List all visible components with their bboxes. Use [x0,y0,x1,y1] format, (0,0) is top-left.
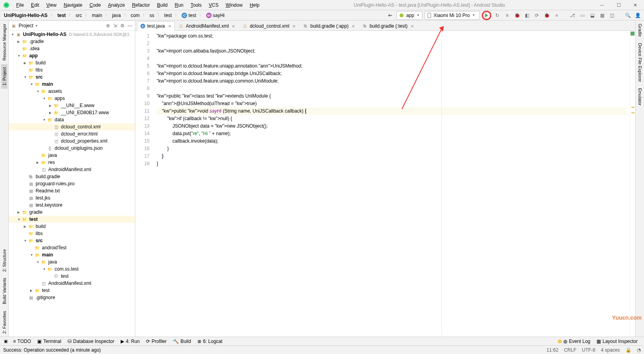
tree-row[interactable]: ▶📁build [9,223,135,230]
expand-arrow-icon[interactable]: ▼ [43,118,47,122]
expand-arrow-icon[interactable]: ▶ [17,40,21,43]
avd-manager-icon[interactable]: ▭ [578,11,586,19]
editor-tab[interactable]: 🐘build.gradle (:app)✕ [299,21,358,30]
minimize-button[interactable]: ─ [597,1,608,9]
tool-window-device-file-explorer[interactable]: Device File Explorer [637,40,643,85]
expand-arrow-icon[interactable]: ▼ [36,260,40,264]
tree-row[interactable]: ▤test.keystore [9,201,135,209]
tree-row[interactable]: ▤test.jks [9,194,135,201]
tool-event-log[interactable]: ◍Event Log [555,338,593,345]
layout-inspector-icon[interactable]: ▦ [598,11,606,19]
code-line[interactable]: } [157,160,627,168]
code-line[interactable] [157,55,627,62]
editor-tab[interactable]: 🐘build.gradle (:test)✕ [358,21,417,30]
code-line[interactable]: callback.invoke(data); [157,137,627,145]
code-line[interactable]: } [157,153,627,160]
tree-row[interactable]: ▼▣UniPlugin-Hello-ASD:\latest\3.5.3\Andr… [9,31,135,38]
tool-layout-inspector[interactable]: ▦Layout Inspector [593,338,641,345]
tool-window-gradle[interactable]: Gradle [637,21,643,40]
expand-arrow-icon[interactable]: ▼ [43,97,47,100]
profiler-button[interactable]: ⟳ [533,11,541,19]
debug-button[interactable]: 🐞 [513,11,521,19]
target-icon[interactable]: ⊕ [106,23,110,28]
maximize-button[interactable]: ☐ [613,1,624,9]
chevron-down-icon[interactable]: ▼ [35,24,38,28]
breadcrumb-item[interactable]: msayHi [205,12,226,19]
tree-row[interactable]: 📁androidTest [9,244,135,251]
menu-help[interactable]: Help [247,2,262,9]
code-line[interactable]: "kw">import io.dcloud.feature.uniapp.com… [157,77,627,85]
tool--run[interactable]: ▶4: Run [117,338,143,345]
close-button[interactable]: ✕ [630,1,641,9]
tool-todo[interactable]: ≡TODO [10,338,34,345]
close-tab-icon[interactable]: ✕ [168,24,171,28]
expand-arrow-icon[interactable]: ▶ [49,111,53,115]
tree-row[interactable]: ▶📁res [9,159,135,166]
sync-gradle-icon[interactable] [386,11,394,19]
device-selector[interactable]: Xiaomi Mi 10 Pro ▼ [424,11,480,20]
tree-row[interactable]: ▼📁assets [9,88,135,95]
code-line[interactable] [157,85,627,92]
tree-row[interactable]: 📁libs [9,66,135,73]
tree-row[interactable]: ▤Readme.txt [9,187,135,194]
menu-tools[interactable]: Tools [188,2,205,9]
run-button[interactable] [482,11,491,20]
expand-arrow-icon[interactable]: ▼ [11,33,15,36]
menu-refactor[interactable]: Refactor [129,2,153,9]
menu-view[interactable]: View [44,2,59,9]
collapse-all-icon[interactable]: ⇲ [113,23,117,28]
expand-arrow-icon[interactable]: ▶ [49,104,53,107]
breadcrumb-item[interactable]: main [90,12,104,19]
menu-window[interactable]: Window [223,2,245,9]
tree-row[interactable]: ▼📁apps [9,95,135,102]
tree-row[interactable]: ▶📁__UNI__E.www [9,102,135,109]
close-tab-icon[interactable]: ✕ [292,24,295,28]
editor-tab[interactable]: ◫dcloud_control.xml✕ [239,21,299,30]
code-line[interactable] [157,40,627,47]
tool-database-inspector[interactable]: ⛁Database Inspector [64,338,117,345]
menu-vcs[interactable]: VCS [206,2,222,9]
tool-build[interactable]: 🔨Build [170,338,194,345]
coverage-button[interactable]: ◧ [523,11,531,19]
expand-arrow-icon[interactable]: ▶ [24,225,28,228]
tool-window--favorites[interactable]: 2: Favorites [1,308,8,337]
indent-setting[interactable]: 4 spaces [601,347,620,353]
expand-arrow-icon[interactable]: ▶ [30,289,34,292]
menu-run[interactable]: Run [172,2,186,9]
tree-row[interactable]: Ⓒtest [9,273,135,280]
expand-arrow-icon[interactable]: ▼ [24,75,28,79]
expand-arrow-icon[interactable]: ▼ [24,239,28,243]
expand-arrow-icon[interactable]: ▼ [36,90,40,93]
line-separator[interactable]: CRLF [564,347,576,353]
tool-window-emulator[interactable]: Emulator [637,85,643,109]
gear-icon[interactable]: ⚙ [120,23,125,28]
tree-row[interactable]: ▶📁.gradle [9,38,135,45]
search-everywhere-icon[interactable]: 🔍 [624,11,632,19]
code-line[interactable]: data.put("re", "Hi " + name); [157,130,627,137]
code-editor[interactable]: 123456789101112131415161718 "kw">package… [135,31,635,337]
code-line[interactable]: "ann">@UniJSMethod(uiThread = "kw">true) [157,100,627,107]
tree-row[interactable]: ▶📁__UNI_ED80B17.www [9,109,135,116]
breadcrumb-item[interactable]: UniPlugin-Hello-AS [2,12,49,19]
code-line[interactable]: "kw">if (callback != "kw">null) { [157,115,627,122]
git-button[interactable]: ⎇ [568,11,576,19]
tree-row[interactable]: ▶📁build [9,59,135,66]
expand-arrow-icon[interactable]: ▼ [30,83,34,86]
expand-arrow-icon[interactable]: ▼ [17,218,21,221]
memory-indicator-icon[interactable]: ◔ [637,347,641,353]
rerun-button[interactable]: ↻ [493,11,501,19]
expand-arrow-icon[interactable]: ▼ [17,54,21,58]
tool-windows-toggle-icon[interactable]: ▣ [3,339,8,344]
close-tab-icon[interactable]: ✕ [232,24,235,28]
file-encoding[interactable]: UTF-8 [582,347,595,353]
code-line[interactable]: "kw">import io.dcloud.feature.uniapp.bri… [157,70,627,77]
breadcrumb-item[interactable]: ss [148,12,156,19]
breadcrumb-item[interactable]: test [163,12,173,19]
tree-row[interactable]: ▼📁app [9,52,135,59]
code-line[interactable]: JSONObject data = "kw">new JSONObject(); [157,122,627,130]
close-tab-icon[interactable]: ✕ [411,24,414,28]
breadcrumb-item[interactable]: Ctest [180,12,197,19]
tree-row[interactable]: ▼📁src [9,237,135,244]
tree-row[interactable]: ▼📁java [9,258,135,266]
tree-row[interactable]: 🐘build.gradle [9,173,135,180]
